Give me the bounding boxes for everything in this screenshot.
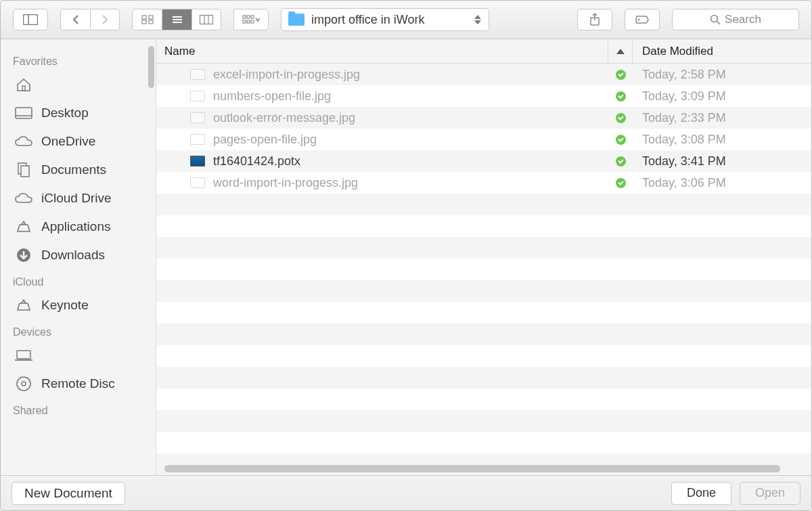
folder-title: import office in iWork: [311, 13, 466, 27]
sidebar-item-label: Documents: [41, 162, 106, 177]
sidebar-scrollbar[interactable]: [148, 46, 154, 88]
file-row[interactable]: outlook-error-message.jpgToday, 2:33 PM: [156, 107, 811, 129]
download-icon: [14, 247, 33, 263]
empty-row: [156, 259, 811, 280]
column-date-modified[interactable]: Date Modified: [633, 39, 811, 63]
file-date: Today, 2:33 PM: [633, 111, 811, 125]
search-icon: [710, 14, 721, 25]
icon-view-button[interactable]: [132, 9, 162, 30]
sidebar-item[interactable]: Applications: [1, 213, 156, 241]
horizontal-scrollbar[interactable]: [164, 465, 780, 472]
sync-status: [608, 70, 633, 80]
file-name: outlook-error-message.jpg: [213, 111, 355, 125]
file-date: Today, 3:08 PM: [633, 133, 811, 147]
file-row[interactable]: numbers-open-file.jpgToday, 3:09 PM: [156, 85, 811, 107]
file-name-cell: word-import-in-progess.jpg: [156, 176, 608, 190]
file-row[interactable]: excel-import-in-progess.jpgToday, 2:58 P…: [156, 64, 811, 85]
sidebar-item[interactable]: Keynote: [1, 291, 156, 319]
empty-row: [156, 194, 811, 215]
search-placeholder: Search: [725, 13, 761, 26]
empty-row: [156, 237, 811, 259]
file-name-cell: outlook-error-message.jpg: [156, 111, 608, 125]
file-browser: Name Date Modified excel-import-in-proge…: [156, 39, 811, 475]
sidebar-item-label: Downloads: [41, 248, 105, 263]
tags-button[interactable]: [625, 9, 660, 30]
svg-rect-12: [243, 16, 246, 18]
file-name-cell: numbers-open-file.jpg: [156, 89, 608, 104]
sidebar-heading: Shared: [1, 402, 156, 420]
file-row[interactable]: pages-open-file.jpgToday, 3:08 PM: [156, 129, 811, 150]
file-thumbnail-icon: [190, 134, 205, 145]
sidebar-item[interactable]: Documents: [1, 156, 156, 184]
file-date: Today, 2:58 PM: [633, 68, 811, 82]
sidebar: FavoritesDesktopOneDriveDocumentsiCloud …: [1, 39, 156, 475]
cloud-icon: [14, 190, 33, 206]
file-date: Today, 3:41 PM: [633, 154, 811, 169]
sidebar-toggle-button[interactable]: [13, 9, 48, 30]
folder-picker[interactable]: import office in iWork: [281, 8, 489, 31]
synced-icon: [616, 91, 626, 102]
sidebar-item-label: Desktop: [41, 106, 89, 120]
sidebar-item-label: Keynote: [41, 298, 89, 313]
svg-rect-4: [142, 20, 146, 24]
file-name-cell: excel-import-in-progess.jpg: [156, 68, 608, 82]
empty-row: [156, 324, 811, 345]
empty-row: [156, 410, 811, 432]
sidebar-item[interactable]: Downloads: [1, 241, 156, 269]
tag-icon: [635, 14, 650, 25]
column-sort-indicator[interactable]: [608, 39, 633, 63]
sidebar-item[interactable]: OneDrive: [1, 127, 156, 156]
empty-row: [156, 215, 811, 237]
column-view-button[interactable]: [191, 9, 221, 30]
share-button[interactable]: [577, 9, 612, 30]
list-view-button[interactable]: [162, 9, 191, 30]
sidebar-item[interactable]: iCloud Drive: [1, 184, 156, 213]
open-button[interactable]: Open: [740, 482, 800, 505]
svg-rect-5: [149, 20, 153, 24]
sort-ascending-icon: [616, 49, 625, 54]
icon-view-icon: [141, 15, 154, 24]
svg-point-34: [17, 377, 30, 391]
svg-rect-16: [247, 20, 250, 23]
search-field[interactable]: Search: [672, 9, 799, 30]
arrange-group: [233, 9, 269, 30]
back-button[interactable]: [60, 9, 90, 30]
column-headers: Name Date Modified: [156, 39, 811, 64]
svg-point-35: [22, 382, 26, 386]
file-row[interactable]: word-import-in-progess.jpgToday, 3:06 PM: [156, 172, 811, 194]
documents-icon: [14, 162, 33, 178]
arrange-button[interactable]: [233, 9, 269, 30]
svg-rect-13: [247, 16, 250, 18]
sidebar-item[interactable]: [1, 70, 156, 99]
sidebar-item[interactable]: Desktop: [1, 99, 156, 127]
view-mode-group: [132, 9, 221, 30]
open-dialog: import office in iWork Searc: [0, 0, 812, 511]
new-document-button[interactable]: New Document: [12, 482, 125, 505]
dialog-body: FavoritesDesktopOneDriveDocumentsiCloud …: [1, 39, 811, 475]
empty-row: [156, 367, 811, 388]
folder-icon: [288, 14, 304, 26]
sidebar-heading: Devices: [1, 324, 156, 341]
nav-group: [60, 9, 120, 30]
toolbar: import office in iWork Searc: [1, 1, 811, 39]
file-name: numbers-open-file.jpg: [213, 89, 331, 104]
empty-row: [156, 345, 811, 367]
sidebar-item-label: OneDrive: [41, 134, 95, 149]
home-icon: [14, 76, 33, 93]
done-button[interactable]: Done: [671, 482, 731, 505]
file-thumbnail-icon: [190, 112, 205, 123]
forward-button[interactable]: [90, 9, 120, 30]
svg-rect-3: [149, 16, 153, 19]
sidebar-heading: Favorites: [1, 53, 156, 70]
folder-stepper-icon: [472, 15, 483, 24]
cloud-icon: [14, 133, 33, 150]
synced-icon: [616, 70, 626, 80]
sidebar-item[interactable]: [1, 341, 156, 370]
sync-status: [608, 113, 633, 123]
sidebar-item[interactable]: Remote Disc: [1, 370, 156, 398]
file-row[interactable]: tf16401424.potxToday, 3:41 PM: [156, 150, 811, 172]
empty-row: [156, 302, 811, 324]
file-thumbnail-icon: [190, 156, 205, 166]
column-name[interactable]: Name: [156, 39, 608, 63]
sidebar-heading: iCloud: [1, 273, 156, 291]
